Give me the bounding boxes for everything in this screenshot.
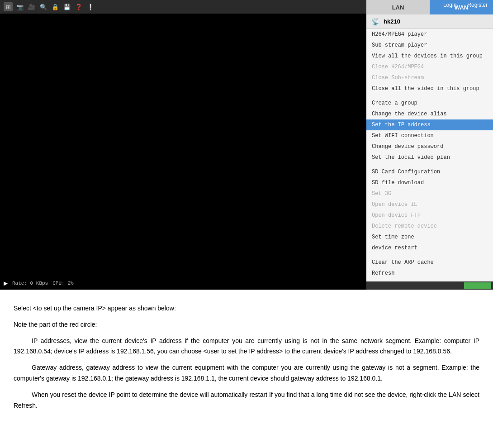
menu-item-close-sub-stream: Close Sub-stream [366, 72, 493, 83]
login-button[interactable]: Login [438, 0, 462, 10]
menu-item-sub-stream-player[interactable]: Sub-stream player [366, 40, 493, 51]
register-button[interactable]: Register [462, 0, 493, 10]
green-indicator [464, 282, 491, 289]
menu-separator [366, 253, 493, 257]
paragraph-3: IP addresses, view the current device's … [14, 336, 479, 357]
lock-icon[interactable]: 🔒 [51, 2, 60, 11]
menu-item-close-h264mpeg4: Close H264/MPEG4 [366, 62, 493, 72]
app-container: Login Register ⊞ 📷 🎥 🔍 🔒 💾 ❓ ❕ ▶ Rate: 0… [0, 0, 493, 430]
paragraph-5: When you reset the device IP point to de… [14, 390, 479, 411]
alert-icon[interactable]: ❕ [86, 2, 95, 11]
toolbar: ⊞ 📷 🎥 🔍 🔒 💾 ❓ ❕ [0, 0, 366, 14]
panel-bottom-bar [366, 281, 493, 290]
menu-item-set-time-zone[interactable]: Set time zone [366, 232, 493, 243]
help-icon[interactable]: ❓ [74, 2, 83, 11]
context-menu: H264/MPEG4 playerSub-stream playerView a… [366, 29, 493, 281]
menu-item-close-all-the-video-in-this-group[interactable]: Close all the video in this group [366, 83, 493, 94]
camera-icon[interactable]: 📷 [15, 2, 24, 11]
menu-item-h264mpeg4-player[interactable]: H264/MPEG4 player [366, 29, 493, 40]
menu-item-view-all-the-devices-in-this-group[interactable]: View all the devices in this group [366, 51, 493, 62]
rate-status: Rate: 0 KBps [12, 281, 48, 286]
menu-item-change-device-password[interactable]: Change device password [366, 141, 493, 152]
menu-item-device-restart[interactable]: device restart [366, 243, 493, 253]
menu-separator [366, 94, 493, 98]
device-list: 📡 hk210 [366, 14, 493, 29]
paragraph-1: Select <to set up the camera IP> appear … [14, 303, 479, 314]
cpu-status: CPU: 2% [52, 281, 73, 286]
text-section: Select <to set up the camera IP> appear … [0, 290, 493, 430]
menu-item-change-the-device-alias[interactable]: Change the device alias [366, 109, 493, 119]
menu-item-set-3g: Set 3G [366, 188, 493, 199]
paragraph-2: Note the part of the red circle: [14, 319, 479, 330]
right-panel: LAN WAN 📡 hk210 H264/MPEG4 playerSub-str… [366, 0, 493, 290]
menu-item-open-device-ie: Open device IE [366, 199, 493, 210]
menu-item-sd-card-configuration[interactable]: SD Card Configuration [366, 167, 493, 177]
menu-item-create-a-group[interactable]: Create a group [366, 98, 493, 109]
menu-item-clear-the-arp-cache[interactable]: Clear the ARP cache [366, 257, 493, 268]
search-icon[interactable]: 🔍 [39, 2, 48, 11]
menu-item-open-device-ftp: Open device FTP [366, 210, 493, 221]
auth-buttons: Login Register [438, 0, 493, 10]
menu-item-set-wifi-connection[interactable]: Set WIFI connection [366, 130, 493, 141]
save-icon[interactable]: 💾 [62, 2, 71, 11]
video-icon[interactable]: 🎥 [27, 2, 36, 11]
video-area: ⊞ 📷 🎥 🔍 🔒 💾 ❓ ❕ ▶ Rate: 0 KBps CPU: 2% [0, 0, 366, 290]
paragraph-4: Gateway address, gateway address to view… [14, 362, 479, 384]
device-icon: 📡 [371, 17, 380, 26]
top-section: Login Register ⊞ 📷 🎥 🔍 🔒 💾 ❓ ❕ ▶ Rate: 0… [0, 0, 493, 290]
menu-item-set-the-ip-address[interactable]: Set the IP address [366, 119, 493, 130]
tab-lan[interactable]: LAN [366, 0, 430, 14]
menu-item-set-the-local-video-plan[interactable]: Set the local video plan [366, 152, 493, 163]
menu-separator [366, 163, 493, 167]
video-bottom-bar: ▶ Rate: 0 KBps CPU: 2% [0, 277, 366, 290]
menu-item-refresh[interactable]: Refresh [366, 268, 493, 279]
menu-item-delete-remote-device: Delete remote device [366, 221, 493, 232]
menu-item-sd-file-download[interactable]: SD file download [366, 177, 493, 188]
video-canvas [0, 14, 366, 277]
grid-icon[interactable]: ⊞ [4, 2, 13, 11]
device-name: hk210 [384, 18, 400, 25]
play-button[interactable]: ▶ [4, 280, 8, 286]
device-item[interactable]: 📡 hk210 [366, 14, 493, 29]
